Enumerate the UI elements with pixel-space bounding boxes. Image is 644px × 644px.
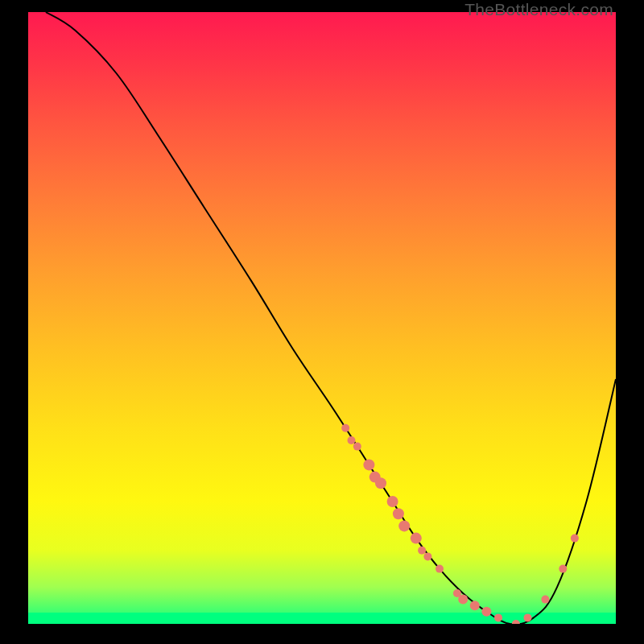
scatter-dot <box>393 508 404 519</box>
scatter-dot <box>559 565 567 573</box>
scatter-dot <box>423 552 431 560</box>
scatter-dot <box>418 547 426 555</box>
scatter-dots-group <box>341 424 579 624</box>
scatter-dot <box>481 607 491 617</box>
scatter-dot <box>348 436 356 444</box>
scatter-dot <box>341 424 349 432</box>
watermark-text: TheBottleneck.com <box>464 0 613 19</box>
scatter-dot <box>458 595 468 605</box>
scatter-dot <box>436 565 444 573</box>
chart-container <box>28 12 616 624</box>
scatter-dot <box>494 613 502 621</box>
scatter-dot <box>398 520 410 531</box>
scatter-dot <box>571 535 579 543</box>
scatter-dot <box>363 459 374 470</box>
scatter-dot <box>470 601 480 610</box>
scatter-dot <box>541 596 549 604</box>
scatter-dot <box>524 613 532 621</box>
scatter-dot <box>411 533 422 544</box>
scatter-dot <box>375 477 386 489</box>
bottleneck-curve-line <box>46 12 616 624</box>
scatter-dot <box>512 620 520 624</box>
scatter-dot <box>387 496 398 507</box>
chart-svg <box>28 12 616 624</box>
scatter-dot <box>353 443 361 451</box>
